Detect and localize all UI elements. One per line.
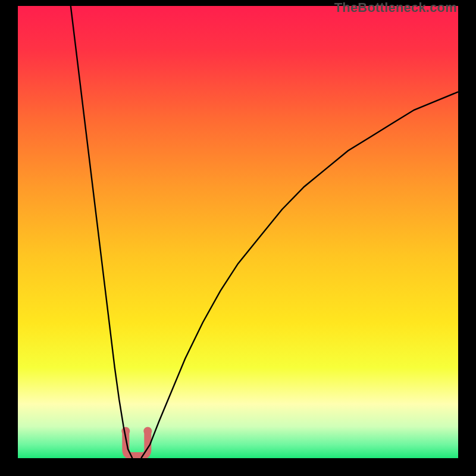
chart-background: [18, 6, 458, 458]
svg-point-1: [143, 427, 152, 435]
svg-point-0: [121, 427, 130, 435]
bottleneck-chart: [18, 6, 458, 458]
watermark-text: TheBottleneck.com: [334, 0, 457, 15]
chart-frame: [18, 6, 458, 458]
